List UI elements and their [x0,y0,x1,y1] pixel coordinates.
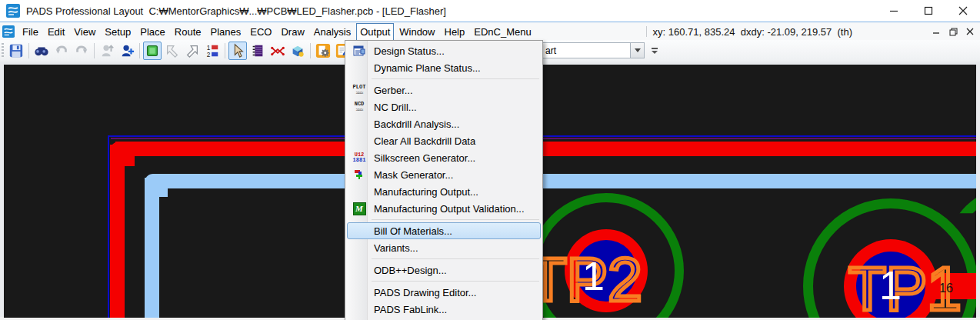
tp1-pad-inner[interactable] [856,252,925,318]
menubar-item-setup[interactable]: Setup [101,23,135,41]
menu-item-gerber[interactable]: PLOT ≈≈≈ Gerber... [347,82,541,98]
menu-item-label: Bill Of Materials... [374,225,452,237]
bottom-trace-horizontal[interactable] [155,174,976,188]
arrow-upright-button[interactable] [183,42,202,60]
minimize-button[interactable] [876,0,911,22]
menubar-item-window[interactable]: Window [395,23,438,41]
toolbar-grip[interactable] [2,43,4,58]
menubar-item-output[interactable]: Output [356,23,394,41]
menubar-item-route[interactable]: Route [171,23,205,41]
nc-drill-icon: NCD ≈≈≈ [348,102,371,112]
redo-icon [74,43,89,58]
menu-item-clear-backdrill[interactable]: Clear All Backdrill Data [347,132,541,149]
icon-squiggle: ≈≈≈ [356,90,363,95]
menubar-item-edit[interactable]: Edit [44,23,68,41]
menu-item-nc-drill[interactable]: NCD ≈≈≈ NC Drill... [347,98,541,115]
menu-separator [372,219,539,220]
toolbar-separator [28,43,29,58]
undo-button[interactable] [52,42,71,60]
menu-item-label: Backdrill Analysis... [374,118,459,130]
close-button[interactable] [945,0,980,22]
menubar-item-planes[interactable]: Planes [207,23,245,41]
close-icon [958,6,968,15]
menu-item-backdrill-analysis[interactable]: Backdrill Analysis... [347,115,541,132]
icon-text: 1881 [353,158,366,163]
menu-item-manufacturing-output[interactable]: Manufacturing Output... [347,183,541,200]
toolbar-separator [225,43,225,58]
menubar-item-help[interactable]: Help [441,23,469,41]
mdi-minimize-button[interactable] [929,25,943,38]
menu-separator [372,78,539,79]
menu-separator [372,258,539,259]
tp1-stub-trace[interactable] [935,273,976,299]
menu-item-design-status[interactable]: Design Status... [347,42,541,59]
manufacturing-gear-button[interactable] [314,42,332,60]
menubar-item-view[interactable]: View [70,23,99,41]
mdi-close-button[interactable] [963,25,977,38]
add-person-icon [119,43,135,58]
draw-rectangle-icon [145,43,160,58]
select-cursor-icon [230,43,245,58]
layer-digit-1: 1 [207,45,211,52]
menu-bar: File Edit View Setup Place Route Planes … [0,22,980,41]
overflow-bar-icon [652,48,658,49]
layer-numbers-button[interactable]: 1 2 [203,42,222,60]
menu-item-variants[interactable]: Variants... [347,239,541,256]
find-button[interactable] [32,42,51,60]
window-title: PADS Professional Layout C:₩MentorGraphi… [26,5,446,17]
menubar-item-ednc[interactable]: EDnC_Menu [470,23,535,41]
menu-item-odb-design[interactable]: ODB++Design... [347,262,541,278]
menu-item-label: Mask Generator... [374,169,453,181]
menubar-item-file[interactable]: File [18,23,42,41]
component-button[interactable] [248,42,267,60]
menubar-item-analysis[interactable]: Analysis [310,23,355,41]
mdi-restore-button[interactable] [946,25,960,38]
redo-button[interactable] [72,42,91,60]
gerber-plot-icon: PLOT ≈≈≈ [348,85,371,95]
top-trace-vertical[interactable] [110,145,125,318]
select-cursor-button[interactable] [228,42,247,60]
bottom-trace-vertical[interactable] [145,178,159,318]
menubar-item-draw[interactable]: Draw [277,23,308,41]
menubar-item-place[interactable]: Place [136,23,169,41]
menu-item-output-validation[interactable]: M Manufacturing Output Validation... [347,200,541,217]
manufacturing-gear-icon [315,43,331,58]
package-3d-button[interactable] [288,42,307,60]
mdi-minimize-icon [932,28,940,35]
layer-numbers-icon: 1 2 [205,43,220,58]
find-icon [34,43,49,58]
top-trace-horizontal[interactable] [115,142,976,156]
maximize-button[interactable] [911,0,945,22]
toolbar-separator [94,43,95,58]
menu-item-mask-generator[interactable]: Mask Generator... [347,166,541,183]
combobox-value: art [545,45,630,56]
toolbar-overflow-button[interactable] [648,42,660,59]
tp2-pad-inner[interactable] [575,240,637,302]
menu-item-label: NC Drill... [374,102,417,113]
design-status-icon [348,45,371,57]
toolbar-combobox[interactable]: art [542,42,645,58]
combobox-dropdown-button[interactable] [630,43,644,58]
menu-item-bill-of-materials[interactable]: Bill Of Materials... [347,222,541,239]
menu-item-silkscreen-generator[interactable]: U12 1881 Silkscreen Generator... [347,149,541,166]
mask-generator-icon [348,169,371,180]
menu-item-label: Silkscreen Generator... [374,152,475,164]
draw-rectangle-button[interactable] [143,42,162,60]
add-person-button[interactable] [118,42,136,60]
pads-app-icon [6,4,20,18]
icon-text: PLOT [353,85,366,90]
move-up-button[interactable] [98,42,116,60]
arrow-upright-icon [185,43,200,58]
menu-item-label: Design Status... [374,45,445,57]
menu-item-pads-fablink[interactable]: PADS FabLink... [347,301,541,318]
arrow-upleft-button[interactable] [163,42,182,60]
move-up-icon [99,43,115,58]
menu-item-label: Variants... [374,242,418,254]
menubar-item-eco[interactable]: ECO [246,23,275,41]
menu-item-dynamic-plane-status[interactable]: Dynamic Plane Status... [347,59,541,76]
component-icon [250,43,265,58]
save-button[interactable] [7,42,25,60]
icon-squiggle: ≈≈≈ [356,107,363,112]
menu-item-pads-drawing-editor[interactable]: PADS Drawing Editor... [347,284,541,301]
unroute-button[interactable] [268,42,287,60]
